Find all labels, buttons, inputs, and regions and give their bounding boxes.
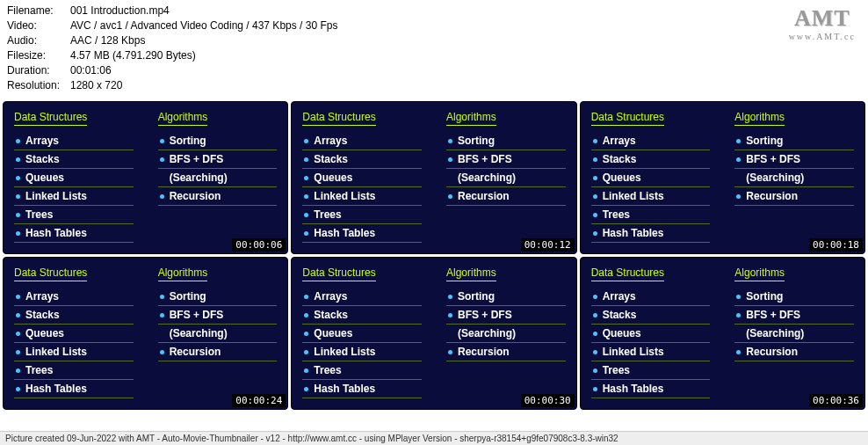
value-audio: AAC / 128 Kbps	[70, 33, 145, 48]
bullet-icon	[16, 194, 20, 199]
bullet-icon	[16, 387, 20, 391]
logo-text: AMT	[789, 5, 856, 32]
list-item: BFS + DFS	[446, 150, 566, 169]
data-structures-header: Data Structures	[302, 111, 375, 126]
bullet-icon	[16, 157, 20, 162]
bullet-icon	[160, 194, 164, 199]
bullet-icon	[304, 332, 308, 336]
data-structures-header: Data Structures	[14, 266, 87, 281]
data-structures-header: Data Structures	[14, 111, 87, 126]
bullet-icon	[304, 350, 308, 354]
list-item: Linked Lists	[591, 187, 711, 206]
bullet-icon	[736, 350, 741, 354]
bullet-icon	[16, 332, 20, 336]
bullet-icon	[160, 350, 164, 354]
bullet-icon	[736, 295, 741, 299]
list-item: BFS + DFS	[158, 150, 278, 169]
label-video: Video:	[7, 18, 70, 33]
timestamp: 00:00:30	[521, 394, 575, 407]
bullet-icon	[16, 295, 20, 299]
timestamp: 00:00:06	[232, 238, 286, 252]
list-item: Recursion	[158, 343, 278, 361]
list-item: Queues	[14, 325, 134, 343]
bullet-icon	[16, 313, 20, 317]
algorithms-header: Algorithms	[734, 111, 785, 126]
list-item: Trees	[14, 206, 134, 224]
list-item: Arrays	[591, 132, 711, 150]
list-item: Hash Tables	[302, 380, 422, 398]
bullet-icon	[304, 313, 308, 317]
list-item: (Searching)	[158, 325, 278, 343]
list-item: Stacks	[302, 150, 422, 169]
bullet-icon	[304, 194, 308, 199]
bullet-icon	[16, 350, 20, 354]
list-item: Sorting	[446, 132, 566, 150]
data-structures-header: Data Structures	[302, 266, 375, 281]
bullet-icon	[304, 368, 308, 373]
list-item: Hash Tables	[14, 380, 134, 398]
value-duration: 00:01:06	[70, 63, 112, 78]
list-item: Linked Lists	[14, 187, 134, 206]
amt-logo: AMT www.AMT.cc	[789, 5, 856, 41]
bullet-icon	[16, 139, 20, 143]
bullet-icon	[448, 194, 452, 199]
bullet-icon	[593, 139, 597, 143]
list-item: Stacks	[591, 150, 711, 169]
list-item: Arrays	[302, 288, 422, 306]
list-item: Linked Lists	[14, 343, 134, 361]
bullet-icon	[160, 295, 164, 299]
thumbnail-1: Data Structures ArraysStacksQueuesLinked…	[3, 101, 288, 254]
bullet-icon	[304, 295, 308, 299]
list-item: Recursion	[734, 187, 854, 206]
list-item: BFS + DFS	[446, 306, 566, 325]
bullet-icon	[593, 157, 597, 162]
list-item: Trees	[302, 361, 422, 380]
timestamp: 00:00:18	[809, 238, 863, 252]
list-item: (Searching)	[446, 325, 566, 343]
list-item: Stacks	[302, 306, 422, 325]
timestamp: 00:00:24	[232, 394, 286, 407]
list-item: Hash Tables	[591, 380, 711, 398]
bullet-icon	[593, 295, 597, 299]
footer-text: Picture created 09-Jun-2022 with AMT - A…	[0, 431, 868, 445]
algorithms-header: Algorithms	[158, 111, 208, 126]
thumbnail-4: Data Structures ArraysStacksQueuesLinked…	[3, 257, 288, 410]
thumbnail-3: Data Structures ArraysStacksQueuesLinked…	[580, 101, 865, 254]
list-item: Trees	[14, 361, 134, 380]
value-resolution: 1280 x 720	[70, 78, 122, 93]
timestamp: 00:00:36	[809, 394, 863, 407]
label-resolution: Resolution:	[7, 78, 70, 93]
list-item: Sorting	[158, 132, 278, 150]
label-filename: Filename:	[7, 4, 70, 18]
bullet-icon	[304, 387, 308, 391]
list-item: Trees	[591, 361, 711, 380]
bullet-icon	[448, 350, 452, 354]
list-item: Queues	[302, 325, 422, 343]
list-item: Recursion	[158, 187, 278, 206]
thumbnail-2: Data Structures ArraysStacksQueuesLinked…	[291, 101, 576, 254]
thumbnail-6: Data Structures ArraysStacksQueuesLinked…	[580, 257, 865, 410]
list-item: Linked Lists	[591, 343, 711, 361]
thumbnail-5: Data Structures ArraysStacksQueuesLinked…	[291, 257, 576, 410]
list-item: Linked Lists	[302, 343, 422, 361]
algorithms-header: Algorithms	[446, 111, 496, 126]
data-structures-header: Data Structures	[591, 266, 664, 281]
list-item: Hash Tables	[302, 224, 422, 243]
list-item: Recursion	[734, 343, 854, 361]
timestamp: 00:00:12	[521, 238, 575, 252]
list-item: BFS + DFS	[734, 306, 854, 325]
list-item: BFS + DFS	[158, 306, 278, 325]
list-item: Arrays	[591, 288, 711, 306]
list-item: Recursion	[446, 343, 566, 361]
list-item: Sorting	[734, 132, 854, 150]
bullet-icon	[593, 313, 597, 317]
bullet-icon	[160, 139, 164, 143]
list-item: Hash Tables	[591, 224, 711, 243]
algorithms-header: Algorithms	[734, 266, 785, 281]
label-filesize: Filesize:	[7, 48, 70, 63]
label-duration: Duration:	[7, 63, 70, 78]
bullet-icon	[448, 157, 452, 162]
list-item: Trees	[591, 206, 711, 224]
label-audio: Audio:	[7, 33, 70, 48]
bullet-icon	[304, 231, 308, 236]
